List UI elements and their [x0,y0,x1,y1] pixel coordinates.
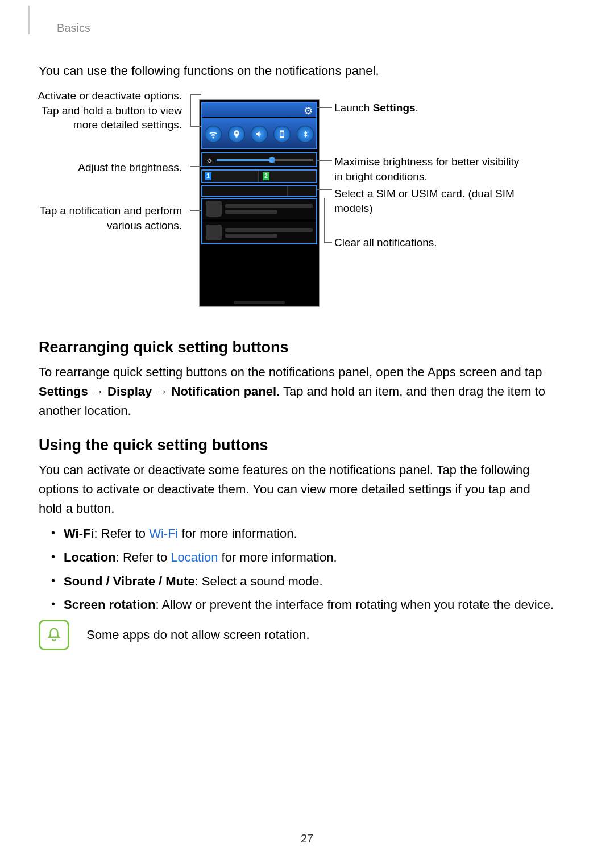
callout-quick-options: Activate or deactivate options. Tap and … [23,89,182,132]
leader-line [190,94,191,126]
callout-settings: Launch Settings. [334,101,528,115]
page-number: 27 [0,832,614,845]
sound-icon [251,126,268,143]
leader-line [190,210,201,211]
paragraph-rearranging: To rearrange quick setting buttons on th… [39,363,557,421]
note-row: Some apps do not allow screen rotation. [39,620,557,650]
phone-mock: ⚙ ☼ 1 [199,99,320,307]
note-text: Some apps do not allow screen rotation. [86,628,310,642]
callout-clear: Clear all notifications. [334,235,528,250]
brightness-track [217,159,313,161]
leader-line [317,189,332,190]
notifications-panel-diagram: ⚙ ☼ 1 [199,99,320,307]
notification-icon [206,201,222,217]
bullet-list: Wi-Fi: Refer to Wi-Fi for more informati… [51,522,557,617]
gear-icon: ⚙ [304,105,313,117]
brightness-icon: ☼ [206,155,213,164]
heading-using: Using the quick setting buttons [39,437,268,454]
callout-sim: Select a SIM or USIM card. (dual SIM mod… [334,186,528,215]
leader-line [317,107,332,108]
brightness-slider-row: ☼ [202,152,317,167]
list-item: Wi-Fi: Refer to Wi-Fi for more informati… [51,522,557,546]
notification-item [202,222,317,243]
leader-line [190,126,201,127]
paragraph-using: You can activate or deactivate some feat… [39,460,557,518]
sim-selector-row: 1 2 [202,169,317,183]
leader-line [190,166,201,167]
intro-text: You can use the following functions on t… [39,64,379,78]
rotation-icon [273,126,291,143]
sim-2: 2 [260,169,317,183]
callout-brightness: Adjust the brightness. [23,160,182,175]
status-bar: ⚙ [202,102,317,117]
callout-max-brightness: Maximise brightness for better visibilit… [334,155,528,184]
notification-head-row [202,185,317,197]
quick-toggles-row [202,118,317,149]
leader-line [324,242,332,243]
sim-1: 1 [202,169,259,183]
list-item: Sound / Vibrate / Mute: Select a sound m… [51,570,557,593]
header-divider [28,6,30,34]
wifi-icon [205,126,222,143]
link-wifi[interactable]: Wi-Fi [149,526,178,541]
bell-icon [39,620,69,650]
callout-notification: Tap a notification and perform various a… [23,203,182,232]
leader-line [317,160,332,161]
list-item: Screen rotation: Allow or prevent the in… [51,593,557,617]
section-header: Basics [57,22,90,35]
heading-rearranging: Rearranging quick setting buttons [39,339,289,356]
leader-line [324,198,325,243]
notification-icon [206,225,222,240]
notification-item [202,198,317,219]
link-location[interactable]: Location [171,550,218,564]
bluetooth-icon [297,126,314,143]
list-item: Location: Refer to Location for more inf… [51,546,557,570]
location-icon [228,126,245,143]
home-bar [234,301,285,304]
leader-line [190,94,201,95]
